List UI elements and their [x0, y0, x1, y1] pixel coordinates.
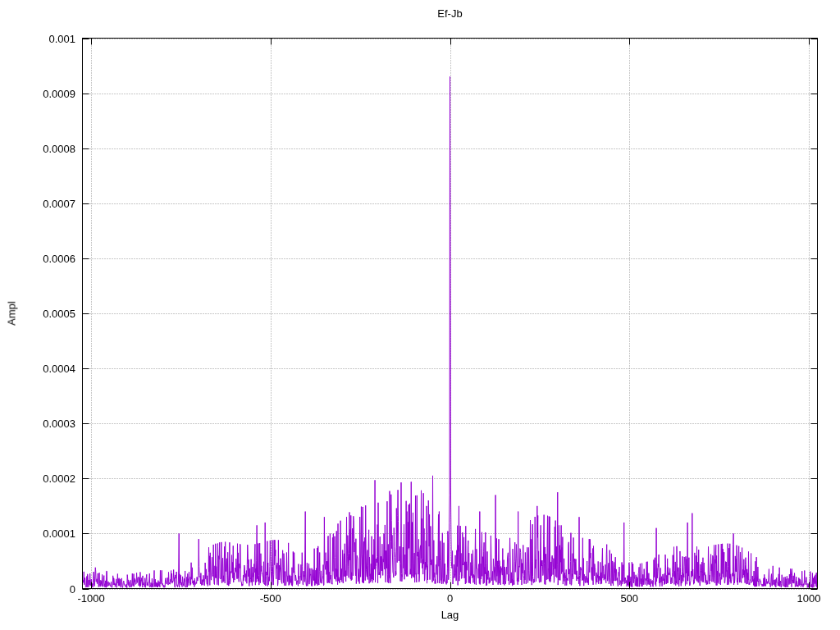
y-tick-label: 0.0008 — [0, 143, 75, 155]
x-tick-label: 0 — [413, 592, 487, 605]
y-tick-label: 0.001 — [0, 33, 75, 45]
y-tick-label: 0.0006 — [0, 253, 75, 265]
chart-figure: Ef-Jb Ampl Lag 00.00010.00020.00030.0004… — [0, 0, 840, 630]
y-tick-label: 0.0005 — [0, 308, 75, 320]
y-tick-label: 0.0003 — [0, 418, 75, 430]
plot-canvas — [0, 0, 840, 630]
chart-title: Ef-Jb — [82, 7, 818, 20]
y-tick-label: 0.0004 — [0, 363, 75, 375]
x-tick-label: 500 — [592, 592, 666, 605]
y-tick-label: 0.0001 — [0, 527, 75, 540]
x-tick-label: -1000 — [54, 592, 128, 605]
x-axis-label: Lag — [82, 609, 818, 621]
y-tick-label: 0.0002 — [0, 472, 75, 485]
x-tick-label: -500 — [234, 592, 308, 605]
x-tick-label: 1000 — [772, 592, 840, 605]
y-tick-label: 0.0007 — [0, 198, 75, 210]
y-tick-label: 0.0009 — [0, 88, 75, 100]
